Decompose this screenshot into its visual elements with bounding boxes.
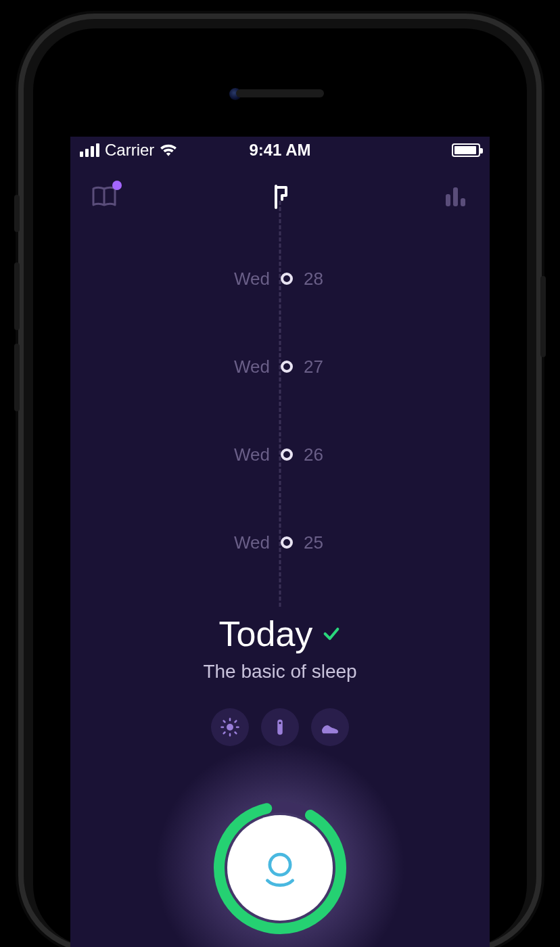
timeline-item[interactable]: Wed 25 [70, 499, 490, 586]
timeline-day-label: Wed [229, 269, 270, 290]
screen: Carrier 9:41 AM [70, 137, 490, 947]
battery-icon [452, 143, 480, 157]
timeline-item[interactable]: Wed 28 [70, 235, 490, 323]
timeline-date-label: 27 [304, 356, 331, 377]
timeline-day-label: Wed [229, 532, 270, 553]
timeline-date-label: 28 [304, 269, 331, 290]
svg-rect-0 [446, 194, 450, 206]
status-right [347, 143, 480, 157]
today-section: Today The basic of sleep [70, 614, 490, 746]
check-icon [322, 624, 341, 643]
sleep-orb-icon [256, 844, 304, 892]
status-bar: Carrier 9:41 AM [70, 137, 490, 164]
timeline-date-label: 25 [304, 532, 331, 553]
volume-down-button [14, 344, 20, 411]
svg-point-16 [270, 854, 290, 875]
category-activity-button[interactable] [311, 708, 349, 746]
timeline-dot-icon [281, 536, 293, 549]
today-heading: Today [219, 614, 342, 654]
main-action-button[interactable] [227, 815, 333, 921]
clock-label: 9:41 AM [213, 141, 346, 160]
wifi-icon [160, 143, 177, 157]
timeline-dot-icon [281, 448, 293, 461]
phone-frame: Carrier 9:41 AM [24, 19, 536, 947]
svg-line-11 [235, 721, 237, 722]
timeline-item[interactable]: Wed 26 [70, 411, 490, 499]
svg-point-13 [279, 722, 281, 724]
timeline-day-label: Wed [229, 444, 270, 465]
nav-stats-button[interactable] [441, 182, 469, 210]
signal-icon [80, 143, 99, 157]
category-pills [70, 708, 490, 746]
svg-rect-12 [277, 720, 283, 735]
svg-rect-2 [461, 198, 465, 206]
phone-bezel: Carrier 9:41 AM [33, 28, 527, 947]
svg-point-3 [227, 724, 233, 731]
today-subtitle: The basic of sleep [70, 661, 490, 683]
category-device-button[interactable] [261, 708, 299, 746]
mute-switch [14, 195, 20, 232]
today-title-text: Today [219, 614, 313, 654]
timeline-day-label: Wed [229, 356, 270, 377]
svg-line-8 [224, 721, 225, 722]
progress-ring [212, 800, 348, 936]
timeline-dot-icon [281, 273, 293, 285]
bottom-action-area [70, 780, 490, 947]
status-left: Carrier [80, 141, 213, 160]
nav-journal-button[interactable] [91, 182, 119, 210]
bars-icon [441, 182, 469, 210]
shoe-icon [319, 716, 341, 738]
earpiece-speaker [236, 89, 324, 97]
svg-line-10 [224, 733, 225, 734]
power-button [540, 276, 546, 357]
category-light-button[interactable] [211, 708, 249, 746]
svg-rect-1 [453, 187, 458, 206]
timeline-dot-icon [281, 361, 293, 373]
svg-line-9 [235, 733, 237, 734]
sun-icon [220, 717, 240, 737]
volume-up-button [14, 262, 20, 330]
timeline: Wed 28 Wed 27 Wed 26 Wed 25 [70, 235, 490, 586]
timeline-item[interactable]: Wed 27 [70, 323, 490, 411]
notification-dot [112, 181, 122, 190]
timeline-date-label: 26 [304, 444, 331, 465]
device-icon [270, 717, 290, 737]
carrier-label: Carrier [105, 141, 154, 160]
